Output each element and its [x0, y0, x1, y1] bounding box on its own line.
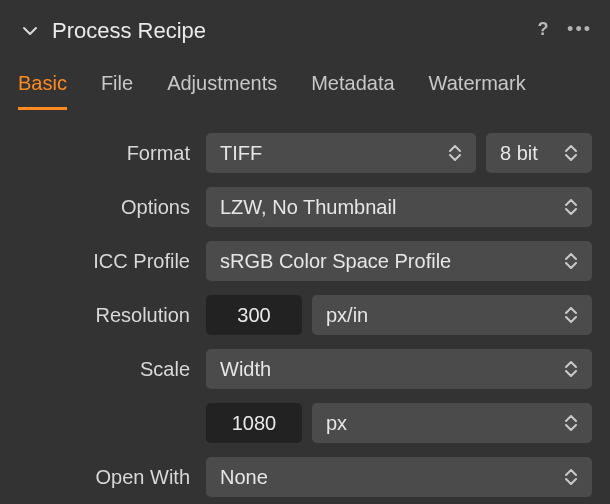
stepper-icon [560, 199, 582, 215]
label-icc: ICC Profile [18, 250, 194, 273]
stepper-icon [560, 415, 582, 431]
resolution-input[interactable]: 300 [206, 295, 302, 335]
resolution-unit-value: px/in [326, 304, 552, 327]
help-icon[interactable]: ? [533, 19, 553, 43]
options-value: LZW, No Thumbnail [220, 196, 552, 219]
tab-basic[interactable]: Basic [18, 66, 67, 110]
tabs: Basic File Adjustments Metadata Watermar… [18, 62, 592, 111]
collapse-icon[interactable] [18, 19, 42, 43]
process-recipe-panel: Process Recipe ? ••• Basic File Adjustme… [0, 0, 610, 497]
bitdepth-select[interactable]: 8 bit [486, 133, 592, 173]
svg-text:?: ? [538, 19, 549, 39]
scale-value: 1080 [232, 412, 277, 435]
label-options: Options [18, 196, 194, 219]
settings-rows: Format TIFF 8 bit [18, 119, 592, 497]
label-openwith: Open With [18, 466, 194, 489]
openwith-value: None [220, 466, 552, 489]
tab-watermark[interactable]: Watermark [429, 66, 526, 110]
tab-file[interactable]: File [101, 66, 133, 110]
panel-title: Process Recipe [52, 18, 523, 44]
tab-adjustments[interactable]: Adjustments [167, 66, 277, 110]
label-format: Format [18, 142, 194, 165]
label-scale: Scale [18, 358, 194, 381]
scale-unit-select[interactable]: px [312, 403, 592, 443]
stepper-icon [560, 145, 582, 161]
scale-value-input[interactable]: 1080 [206, 403, 302, 443]
tab-metadata[interactable]: Metadata [311, 66, 394, 110]
scale-mode-select[interactable]: Width [206, 349, 592, 389]
scale-mode-value: Width [220, 358, 552, 381]
format-select[interactable]: TIFF [206, 133, 476, 173]
stepper-icon [444, 145, 466, 161]
format-value: TIFF [220, 142, 436, 165]
bitdepth-value: 8 bit [500, 142, 552, 165]
openwith-select[interactable]: None [206, 457, 592, 497]
scale-unit-value: px [326, 412, 552, 435]
resolution-value: 300 [237, 304, 270, 327]
stepper-icon [560, 307, 582, 323]
stepper-icon [560, 469, 582, 485]
options-select[interactable]: LZW, No Thumbnail [206, 187, 592, 227]
stepper-icon [560, 361, 582, 377]
panel-header: Process Recipe ? ••• [18, 18, 592, 44]
icc-value: sRGB Color Space Profile [220, 250, 552, 273]
resolution-unit-select[interactable]: px/in [312, 295, 592, 335]
icc-select[interactable]: sRGB Color Space Profile [206, 241, 592, 281]
label-resolution: Resolution [18, 304, 194, 327]
stepper-icon [560, 253, 582, 269]
more-icon[interactable]: ••• [567, 20, 592, 38]
